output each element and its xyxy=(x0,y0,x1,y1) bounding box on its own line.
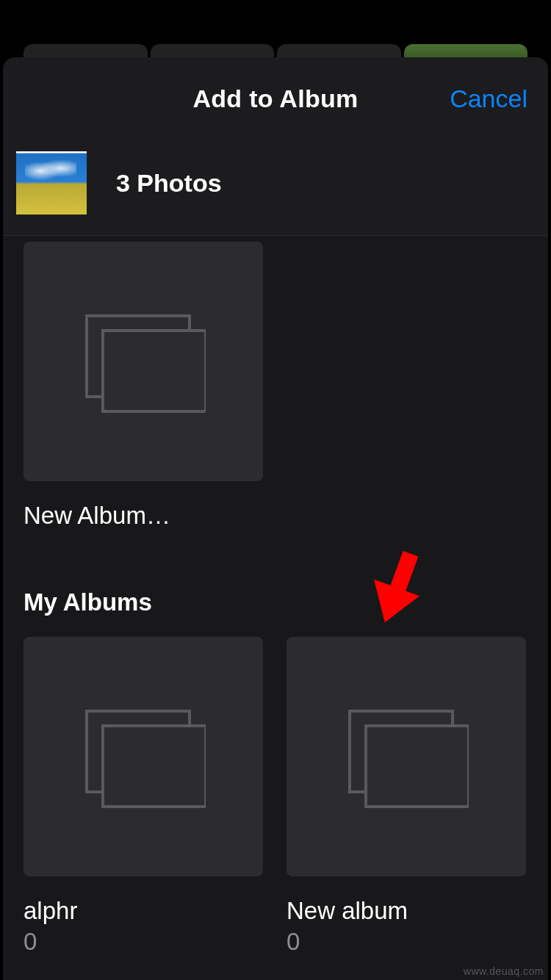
album-name: New album xyxy=(287,897,526,925)
album-list[interactable]: New Album… My Albums alphr 0 xyxy=(3,236,548,980)
album-stack-icon xyxy=(81,705,206,808)
svg-rect-5 xyxy=(366,726,469,807)
svg-rect-1 xyxy=(103,331,206,411)
new-album-tile[interactable] xyxy=(24,242,263,481)
selection-summary: 3 Photos xyxy=(3,140,548,235)
album-stack-icon xyxy=(81,310,206,413)
svg-rect-3 xyxy=(103,726,206,807)
album-tile[interactable] xyxy=(287,637,526,876)
bg-thumb xyxy=(277,44,401,59)
album-count: 0 xyxy=(24,928,263,956)
bg-thumb xyxy=(404,44,528,59)
album-tile[interactable] xyxy=(24,637,263,876)
cancel-button[interactable]: Cancel xyxy=(450,84,527,113)
bg-thumb xyxy=(151,44,275,59)
album-item-alphr[interactable]: alphr 0 xyxy=(24,637,263,956)
my-albums-section-title: My Albums xyxy=(24,588,527,616)
watermark: www.deuaq.com xyxy=(464,965,544,977)
sheet-title: Add to Album xyxy=(192,84,358,113)
bg-thumb xyxy=(24,44,148,59)
album-count: 0 xyxy=(287,928,526,956)
background-photo-strip xyxy=(24,44,527,59)
sheet-header: Add to Album Cancel xyxy=(3,57,548,140)
album-item-new-album[interactable]: New album 0 xyxy=(287,637,526,956)
album-name: alphr xyxy=(24,897,263,925)
new-album-item[interactable]: New Album… xyxy=(24,242,263,530)
selection-thumbnail xyxy=(16,151,87,215)
album-stack-icon xyxy=(344,705,469,808)
new-album-label: New Album… xyxy=(24,502,263,530)
selection-count-label: 3 Photos xyxy=(116,169,222,198)
add-to-album-sheet: Add to Album Cancel 3 Photos New Album… … xyxy=(3,57,548,980)
